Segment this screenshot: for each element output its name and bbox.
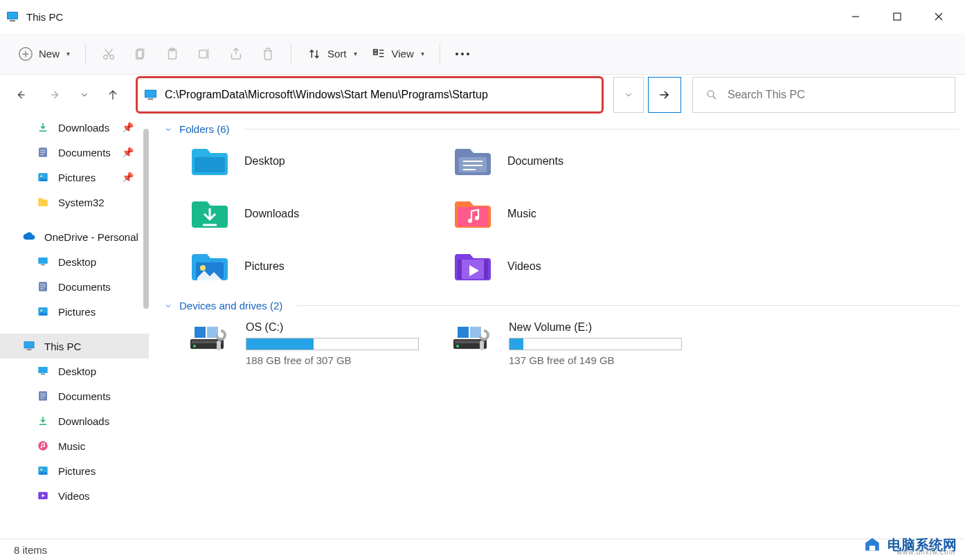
cut-button[interactable]: [94, 39, 123, 69]
folder-item-downloads[interactable]: Downloads: [189, 197, 452, 231]
desktop-icon: [36, 255, 50, 269]
chevron-down-icon: ▾: [354, 50, 357, 57]
sidebar-item-pc-videos[interactable]: Videos: [0, 483, 149, 508]
new-button[interactable]: New ▾: [11, 39, 77, 69]
view-button[interactable]: View ▾: [364, 39, 431, 69]
close-button[interactable]: [918, 3, 959, 30]
status-bar: 8 items: [0, 539, 965, 560]
folder-label: Pictures: [244, 260, 285, 273]
download-icon: [36, 120, 50, 134]
svg-rect-29: [148, 98, 154, 100]
svg-point-46: [40, 309, 42, 311]
sidebar-item-label: Documents: [58, 390, 111, 402]
share-button[interactable]: [222, 39, 251, 69]
sidebar-item-system32[interactable]: System32: [0, 190, 149, 215]
svg-rect-20: [373, 49, 377, 51]
sidebar-item-this-pc[interactable]: This PC: [0, 334, 149, 359]
drive-label: OS (C:): [246, 321, 452, 334]
search-input[interactable]: [728, 89, 942, 101]
sidebar-item-pc-music[interactable]: Music: [0, 433, 149, 458]
svg-rect-1: [8, 12, 17, 19]
folder-item-desktop[interactable]: Desktop: [189, 145, 452, 178]
more-button[interactable]: [449, 39, 476, 69]
delete-button[interactable]: [253, 39, 282, 69]
drives-group-header[interactable]: Devices and drives (2): [164, 300, 959, 311]
search-box[interactable]: [692, 77, 955, 113]
drive-capacity-bar: [509, 338, 682, 350]
svg-rect-18: [199, 50, 207, 57]
sidebar-item-label: Documents: [58, 147, 111, 159]
documents-folder-icon: [452, 145, 494, 178]
svg-point-57: [38, 441, 48, 451]
picture-icon: [36, 170, 50, 184]
svg-point-38: [40, 175, 42, 177]
sidebar-item-pictures[interactable]: Pictures📌: [0, 165, 149, 190]
svg-rect-75: [458, 260, 462, 279]
pin-icon: 📌: [122, 122, 134, 133]
chevron-down-icon: [164, 125, 172, 134]
folder-icon: [36, 195, 50, 209]
address-go-button[interactable]: [648, 77, 681, 113]
folder-item-documents[interactable]: Documents: [452, 145, 715, 178]
back-button[interactable]: [4, 80, 36, 110]
sidebar-item-label: Pictures: [58, 306, 96, 318]
cut-icon: [101, 46, 116, 62]
video-icon: [36, 489, 50, 503]
folders-group-header[interactable]: Folders (6): [164, 123, 959, 135]
sidebar-item-downloads[interactable]: Downloads📌: [0, 115, 149, 140]
svg-point-70: [468, 219, 472, 223]
address-bar[interactable]: [136, 76, 604, 114]
separator: [440, 44, 440, 64]
sidebar-item-pc-pictures[interactable]: Pictures: [0, 458, 149, 483]
svg-rect-50: [38, 367, 48, 373]
sidebar-item-label: Downloads: [58, 122, 109, 134]
svg-point-79: [193, 345, 196, 347]
sidebar-item-label: Pictures: [58, 465, 96, 477]
folder-item-pictures[interactable]: Pictures: [189, 250, 452, 283]
folder-label: Downloads: [244, 208, 299, 220]
sort-button[interactable]: Sort ▾: [300, 39, 364, 69]
sidebar-item-pc-desktop[interactable]: Desktop: [0, 359, 149, 383]
view-icon: [371, 46, 386, 62]
svg-point-59: [43, 445, 45, 447]
folder-item-videos[interactable]: Videos: [452, 250, 715, 283]
svg-rect-51: [41, 374, 45, 375]
recent-button[interactable]: [76, 80, 93, 110]
sidebar-item-od-documents[interactable]: Documents: [0, 274, 149, 299]
pictures-folder-icon: [189, 250, 231, 283]
folder-item-music[interactable]: Music: [452, 197, 715, 231]
paste-button[interactable]: [158, 39, 187, 69]
rename-button[interactable]: [190, 39, 219, 69]
plus-circle-icon: [18, 46, 33, 62]
maximize-button[interactable]: [876, 3, 918, 30]
drive-free-text: 137 GB free of 149 GB: [509, 354, 715, 366]
sidebar-item-pc-documents[interactable]: Documents: [0, 383, 149, 408]
drive-label: New Volume (E:): [509, 321, 715, 334]
sidebar: Downloads📌Documents📌Pictures📌System32One…: [0, 115, 149, 539]
svg-point-85: [456, 345, 459, 347]
separator: [291, 44, 291, 64]
sidebar-scrollbar[interactable]: [139, 115, 149, 539]
rename-icon: [197, 46, 212, 62]
monitor-icon: [143, 87, 158, 102]
address-dropdown[interactable]: [613, 77, 644, 113]
download-icon: [36, 414, 50, 428]
copy-button[interactable]: [126, 39, 155, 69]
music-folder-icon: [452, 197, 494, 231]
address-input[interactable]: [165, 81, 596, 109]
sidebar-item-od-pictures[interactable]: Pictures: [0, 299, 149, 324]
svg-point-30: [707, 91, 714, 97]
separator: [85, 44, 86, 64]
drive-item[interactable]: OS (C:) 188 GB free of 307 GB: [189, 321, 452, 366]
sidebar-item-pc-downloads[interactable]: Downloads: [0, 408, 149, 433]
drive-item[interactable]: New Volume (E:) 137 GB free of 149 GB: [452, 321, 715, 366]
sidebar-item-od-desktop[interactable]: Desktop: [0, 249, 149, 274]
document-icon: [36, 145, 50, 159]
minimize-button[interactable]: [835, 3, 876, 30]
up-button[interactable]: [97, 80, 129, 110]
sidebar-item-label: Videos: [58, 490, 90, 502]
sidebar-item-documents[interactable]: Documents📌: [0, 140, 149, 165]
watermark-sub: www.dnxtw.com: [897, 548, 955, 556]
forward-button[interactable]: [40, 80, 72, 110]
sidebar-item-onedrive[interactable]: OneDrive - Personal: [0, 224, 149, 249]
